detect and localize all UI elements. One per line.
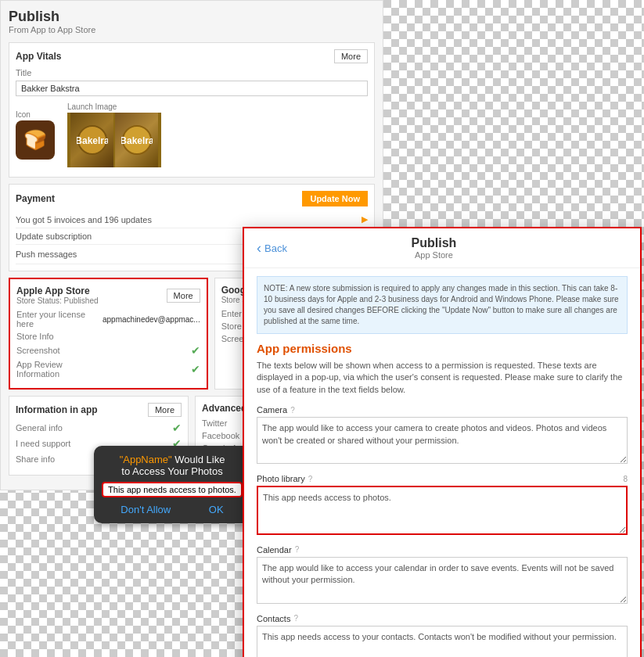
publish-modal: ‹ Back Publish App Store NOTE: A new sto… [243, 227, 642, 657]
camera-permission-section: Camera ? [257, 405, 628, 466]
apple-license-row: Enter your license here appmachinedev@ap… [16, 310, 200, 328]
camera-help-icon[interactable]: ? [290, 406, 295, 415]
icon-label: Icon [16, 110, 55, 119]
panel-title: Publish [9, 9, 375, 25]
apple-app-store-card: Apple App Store Store Status: Published … [9, 278, 208, 390]
back-label: Back [264, 242, 287, 254]
camera-permission-textarea[interactable] [257, 417, 628, 464]
update-now-button[interactable]: Update Now [302, 191, 368, 206]
modal-title: Publish [287, 236, 581, 250]
launch-image: Bakelra Bakelra [67, 113, 161, 167]
panel-subtitle: From App to App Store [9, 25, 375, 34]
ok-button[interactable]: OK [209, 504, 224, 515]
dont-allow-button[interactable]: Don't Allow [121, 504, 171, 515]
popup-highlight-text: This app needs access to photos. [102, 482, 243, 497]
calendar-label: Calendar [257, 545, 292, 555]
apple-screenshot-row: Screenshot ✔ [16, 344, 200, 357]
permissions-title: App permissions [257, 342, 628, 355]
apple-screenshot-check-icon: ✔ [191, 344, 200, 357]
calendar-permission-textarea[interactable] [257, 557, 628, 604]
photo-library-permission-section: Photo library ? 8 [257, 474, 628, 537]
apple-review-row: App Review Information ✔ [16, 360, 200, 379]
modal-note: NOTE: A new store submission is required… [257, 276, 628, 334]
app-vitals-more-button[interactable]: More [334, 49, 368, 63]
apple-store-info-row: Store Info [16, 332, 200, 341]
popup-appname: "AppName" [120, 454, 172, 465]
apple-store-status: Store Status: Published [16, 296, 99, 305]
back-chevron-icon: ‹ [257, 240, 261, 257]
contacts-help-icon[interactable]: ? [293, 614, 298, 623]
title-input[interactable] [16, 81, 368, 96]
popup-title: "AppName" Would Liketo Access Your Photo… [102, 454, 243, 477]
title-field-label: Title [16, 68, 102, 77]
invoice-row: You got 5 invoices and 196 updates ▶ [16, 211, 368, 228]
permissions-desc: The texts below will be shown when acces… [257, 360, 628, 396]
modal-header: ‹ Back Publish App Store [244, 228, 640, 268]
svg-text:Bakelra: Bakelra [121, 135, 153, 146]
svg-text:Bakelra: Bakelra [77, 135, 108, 146]
photo-library-label: Photo library [257, 474, 305, 483]
app-vitals-card: App Vitals More Title Icon 🍞 Launch Imag… [9, 42, 375, 178]
contacts-permission-textarea[interactable] [257, 626, 628, 657]
apple-review-check-icon: ✔ [191, 363, 200, 375]
calendar-permission-section: Calendar ? [257, 545, 628, 606]
modal-subtitle: App Store [287, 250, 581, 260]
back-button[interactable]: ‹ Back [257, 240, 287, 257]
photo-access-popup: "AppName" Would Liketo Access Your Photo… [94, 446, 250, 523]
calendar-help-icon[interactable]: ? [295, 545, 300, 554]
contacts-permission-section: Contacts ? [257, 614, 628, 657]
contacts-label: Contacts [257, 614, 290, 623]
app-vitals-title: App Vitals [16, 51, 61, 62]
info-in-app-title: Information in app [16, 404, 98, 415]
camera-label: Camera [257, 405, 287, 415]
launch-image-label: Launch Image [67, 102, 161, 111]
photo-library-count: 8 [623, 475, 628, 483]
payment-title: Payment [16, 193, 55, 204]
app-icon: 🍞 [16, 120, 55, 160]
general-info-row: General info ✔ [16, 422, 182, 434]
apple-store-title: Apple App Store [16, 285, 99, 296]
general-info-check-icon: ✔ [172, 422, 182, 434]
invoice-arrow-icon: ▶ [362, 214, 368, 224]
photo-library-help-icon[interactable]: ? [308, 475, 313, 483]
info-more-button[interactable]: More [148, 403, 182, 417]
modal-body: App permissions The texts below will be … [244, 342, 640, 657]
apple-store-more-button[interactable]: More [167, 289, 200, 303]
advanced-title: Advanced [202, 403, 246, 414]
photo-library-permission-textarea[interactable] [257, 486, 628, 534]
